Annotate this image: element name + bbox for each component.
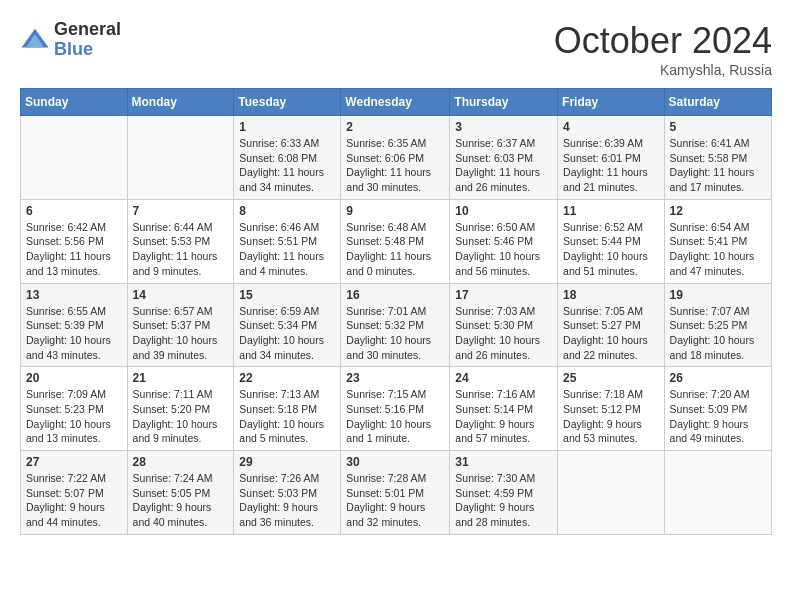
- day-number: 17: [455, 288, 552, 302]
- day-info: Sunrise: 6:39 AMSunset: 6:01 PMDaylight:…: [563, 136, 659, 195]
- day-info: Sunrise: 6:33 AMSunset: 6:08 PMDaylight:…: [239, 136, 335, 195]
- day-number: 2: [346, 120, 444, 134]
- weekday-header-monday: Monday: [127, 89, 234, 116]
- weekday-header-tuesday: Tuesday: [234, 89, 341, 116]
- day-number: 1: [239, 120, 335, 134]
- location: Kamyshla, Russia: [554, 62, 772, 78]
- day-info: Sunrise: 6:52 AMSunset: 5:44 PMDaylight:…: [563, 220, 659, 279]
- calendar-cell: 28Sunrise: 7:24 AMSunset: 5:05 PMDayligh…: [127, 451, 234, 535]
- day-info: Sunrise: 6:46 AMSunset: 5:51 PMDaylight:…: [239, 220, 335, 279]
- day-number: 14: [133, 288, 229, 302]
- day-info: Sunrise: 6:44 AMSunset: 5:53 PMDaylight:…: [133, 220, 229, 279]
- day-info: Sunrise: 7:15 AMSunset: 5:16 PMDaylight:…: [346, 387, 444, 446]
- day-number: 8: [239, 204, 335, 218]
- day-number: 11: [563, 204, 659, 218]
- day-number: 29: [239, 455, 335, 469]
- day-number: 18: [563, 288, 659, 302]
- calendar-cell: 5Sunrise: 6:41 AMSunset: 5:58 PMDaylight…: [664, 116, 771, 200]
- day-number: 10: [455, 204, 552, 218]
- day-info: Sunrise: 7:03 AMSunset: 5:30 PMDaylight:…: [455, 304, 552, 363]
- calendar-cell: [664, 451, 771, 535]
- week-row-1: 1Sunrise: 6:33 AMSunset: 6:08 PMDaylight…: [21, 116, 772, 200]
- week-row-2: 6Sunrise: 6:42 AMSunset: 5:56 PMDaylight…: [21, 199, 772, 283]
- day-info: Sunrise: 7:18 AMSunset: 5:12 PMDaylight:…: [563, 387, 659, 446]
- calendar-cell: 18Sunrise: 7:05 AMSunset: 5:27 PMDayligh…: [558, 283, 665, 367]
- calendar-cell: 2Sunrise: 6:35 AMSunset: 6:06 PMDaylight…: [341, 116, 450, 200]
- day-number: 21: [133, 371, 229, 385]
- day-number: 24: [455, 371, 552, 385]
- week-row-3: 13Sunrise: 6:55 AMSunset: 5:39 PMDayligh…: [21, 283, 772, 367]
- calendar-cell: 10Sunrise: 6:50 AMSunset: 5:46 PMDayligh…: [450, 199, 558, 283]
- day-info: Sunrise: 7:13 AMSunset: 5:18 PMDaylight:…: [239, 387, 335, 446]
- day-info: Sunrise: 7:24 AMSunset: 5:05 PMDaylight:…: [133, 471, 229, 530]
- calendar-cell: 21Sunrise: 7:11 AMSunset: 5:20 PMDayligh…: [127, 367, 234, 451]
- weekday-header-saturday: Saturday: [664, 89, 771, 116]
- day-number: 26: [670, 371, 766, 385]
- day-info: Sunrise: 6:57 AMSunset: 5:37 PMDaylight:…: [133, 304, 229, 363]
- calendar-cell: 6Sunrise: 6:42 AMSunset: 5:56 PMDaylight…: [21, 199, 128, 283]
- day-info: Sunrise: 7:28 AMSunset: 5:01 PMDaylight:…: [346, 471, 444, 530]
- day-number: 6: [26, 204, 122, 218]
- calendar-cell: 9Sunrise: 6:48 AMSunset: 5:48 PMDaylight…: [341, 199, 450, 283]
- calendar-cell: 15Sunrise: 6:59 AMSunset: 5:34 PMDayligh…: [234, 283, 341, 367]
- calendar-cell: 19Sunrise: 7:07 AMSunset: 5:25 PMDayligh…: [664, 283, 771, 367]
- day-number: 16: [346, 288, 444, 302]
- day-info: Sunrise: 6:54 AMSunset: 5:41 PMDaylight:…: [670, 220, 766, 279]
- calendar-cell: 23Sunrise: 7:15 AMSunset: 5:16 PMDayligh…: [341, 367, 450, 451]
- calendar-cell: [558, 451, 665, 535]
- day-number: 28: [133, 455, 229, 469]
- day-number: 31: [455, 455, 552, 469]
- day-info: Sunrise: 7:09 AMSunset: 5:23 PMDaylight:…: [26, 387, 122, 446]
- calendar-cell: 8Sunrise: 6:46 AMSunset: 5:51 PMDaylight…: [234, 199, 341, 283]
- calendar-cell: 1Sunrise: 6:33 AMSunset: 6:08 PMDaylight…: [234, 116, 341, 200]
- day-info: Sunrise: 7:20 AMSunset: 5:09 PMDaylight:…: [670, 387, 766, 446]
- calendar-cell: [21, 116, 128, 200]
- calendar-cell: 29Sunrise: 7:26 AMSunset: 5:03 PMDayligh…: [234, 451, 341, 535]
- day-number: 5: [670, 120, 766, 134]
- day-info: Sunrise: 6:35 AMSunset: 6:06 PMDaylight:…: [346, 136, 444, 195]
- calendar-cell: 17Sunrise: 7:03 AMSunset: 5:30 PMDayligh…: [450, 283, 558, 367]
- logo-blue: Blue: [54, 40, 121, 60]
- day-number: 23: [346, 371, 444, 385]
- calendar-cell: 16Sunrise: 7:01 AMSunset: 5:32 PMDayligh…: [341, 283, 450, 367]
- calendar-cell: 31Sunrise: 7:30 AMSunset: 4:59 PMDayligh…: [450, 451, 558, 535]
- day-info: Sunrise: 7:22 AMSunset: 5:07 PMDaylight:…: [26, 471, 122, 530]
- calendar-cell: [127, 116, 234, 200]
- calendar-cell: 4Sunrise: 6:39 AMSunset: 6:01 PMDaylight…: [558, 116, 665, 200]
- logo-general: General: [54, 20, 121, 40]
- day-number: 7: [133, 204, 229, 218]
- calendar-cell: 27Sunrise: 7:22 AMSunset: 5:07 PMDayligh…: [21, 451, 128, 535]
- day-info: Sunrise: 6:41 AMSunset: 5:58 PMDaylight:…: [670, 136, 766, 195]
- day-number: 9: [346, 204, 444, 218]
- calendar-cell: 7Sunrise: 6:44 AMSunset: 5:53 PMDaylight…: [127, 199, 234, 283]
- day-info: Sunrise: 6:50 AMSunset: 5:46 PMDaylight:…: [455, 220, 552, 279]
- weekday-header-wednesday: Wednesday: [341, 89, 450, 116]
- day-info: Sunrise: 7:05 AMSunset: 5:27 PMDaylight:…: [563, 304, 659, 363]
- day-info: Sunrise: 7:01 AMSunset: 5:32 PMDaylight:…: [346, 304, 444, 363]
- calendar-cell: 14Sunrise: 6:57 AMSunset: 5:37 PMDayligh…: [127, 283, 234, 367]
- day-info: Sunrise: 7:11 AMSunset: 5:20 PMDaylight:…: [133, 387, 229, 446]
- day-number: 19: [670, 288, 766, 302]
- logo-text: General Blue: [54, 20, 121, 60]
- weekday-header-sunday: Sunday: [21, 89, 128, 116]
- day-info: Sunrise: 6:55 AMSunset: 5:39 PMDaylight:…: [26, 304, 122, 363]
- day-number: 13: [26, 288, 122, 302]
- day-info: Sunrise: 6:37 AMSunset: 6:03 PMDaylight:…: [455, 136, 552, 195]
- day-number: 12: [670, 204, 766, 218]
- logo-icon: [20, 25, 50, 55]
- calendar-cell: 13Sunrise: 6:55 AMSunset: 5:39 PMDayligh…: [21, 283, 128, 367]
- day-number: 4: [563, 120, 659, 134]
- week-row-5: 27Sunrise: 7:22 AMSunset: 5:07 PMDayligh…: [21, 451, 772, 535]
- day-number: 25: [563, 371, 659, 385]
- day-info: Sunrise: 7:07 AMSunset: 5:25 PMDaylight:…: [670, 304, 766, 363]
- day-number: 30: [346, 455, 444, 469]
- day-info: Sunrise: 7:30 AMSunset: 4:59 PMDaylight:…: [455, 471, 552, 530]
- day-number: 20: [26, 371, 122, 385]
- day-number: 22: [239, 371, 335, 385]
- calendar-cell: 3Sunrise: 6:37 AMSunset: 6:03 PMDaylight…: [450, 116, 558, 200]
- calendar-cell: 11Sunrise: 6:52 AMSunset: 5:44 PMDayligh…: [558, 199, 665, 283]
- calendar-cell: 12Sunrise: 6:54 AMSunset: 5:41 PMDayligh…: [664, 199, 771, 283]
- weekday-header-row: SundayMondayTuesdayWednesdayThursdayFrid…: [21, 89, 772, 116]
- calendar-cell: 25Sunrise: 7:18 AMSunset: 5:12 PMDayligh…: [558, 367, 665, 451]
- calendar-table: SundayMondayTuesdayWednesdayThursdayFrid…: [20, 88, 772, 535]
